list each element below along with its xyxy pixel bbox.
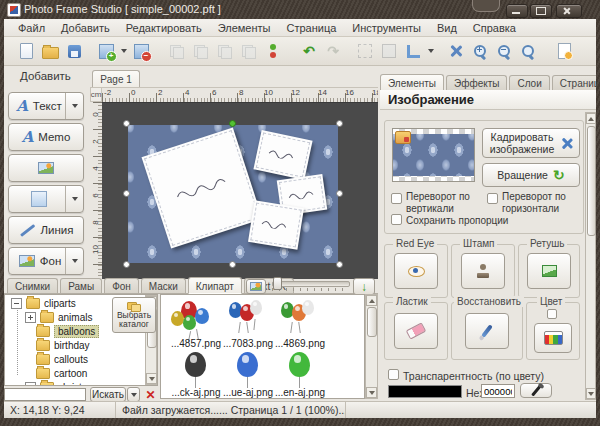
add-text-dropdown[interactable] xyxy=(65,93,83,119)
close-button[interactable] xyxy=(556,4,582,18)
hex-input[interactable] xyxy=(481,384,515,398)
tree-item[interactable]: callouts xyxy=(36,353,88,366)
open-file-button[interactable] xyxy=(38,39,62,63)
page-tab[interactable]: Page 1 xyxy=(92,70,140,88)
flip-horizontal-checkbox[interactable] xyxy=(487,193,498,204)
editor-canvas[interactable] xyxy=(102,102,378,279)
eraser-button[interactable] xyxy=(394,313,438,349)
menu-edit[interactable]: Редактировать xyxy=(118,20,210,36)
align-dropdown[interactable] xyxy=(425,39,436,63)
properties-scrollbar[interactable] xyxy=(585,112,596,400)
scroll-up-button[interactable] xyxy=(366,295,377,306)
delete-page-button[interactable]: − xyxy=(129,39,153,63)
zoom-out-button[interactable] xyxy=(492,39,516,63)
tab-elements[interactable]: Элементы xyxy=(380,74,444,91)
window-theme-widget[interactable] xyxy=(472,0,500,12)
tab-effects[interactable]: Эффекты xyxy=(446,75,507,90)
tree-item[interactable]: animals xyxy=(25,311,92,324)
menu-add[interactable]: Добавить xyxy=(53,20,118,36)
menu-page[interactable]: Страница xyxy=(278,20,344,36)
tab-frames[interactable]: Рамы xyxy=(60,278,102,293)
search-dropdown[interactable] xyxy=(127,387,140,402)
resize-button[interactable] xyxy=(377,39,401,63)
search-input[interactable] xyxy=(4,388,86,401)
clear-search-button[interactable]: ✕ xyxy=(143,387,158,402)
new-document-button[interactable] xyxy=(14,39,38,63)
tree-item[interactable]: birthday xyxy=(36,339,90,352)
copy-button[interactable] xyxy=(189,39,213,63)
add-page-dropdown[interactable] xyxy=(118,39,129,63)
title-bar[interactable]: Photo Frame Studio [ simple_00002.pft ] xyxy=(0,0,600,19)
clipart-item[interactable] xyxy=(269,351,331,389)
add-background-dropdown[interactable] xyxy=(65,248,83,274)
color-button[interactable] xyxy=(534,323,572,353)
keep-proportions-checkbox[interactable] xyxy=(391,214,402,225)
rotate-button[interactable]: Вращение ↻ xyxy=(482,163,580,187)
align-button[interactable] xyxy=(401,39,425,63)
tab-masks[interactable]: Маски xyxy=(141,278,186,293)
eyedropper-button[interactable] xyxy=(520,383,552,398)
tree-root[interactable]: cliparts xyxy=(11,297,76,310)
tab-layers[interactable]: Слои xyxy=(509,75,549,90)
thumbnail-size-slider[interactable] xyxy=(272,281,350,287)
expand-icon[interactable] xyxy=(25,382,36,386)
choose-directory-button[interactable]: Выбрать каталог xyxy=(112,297,156,333)
selection-handle[interactable] xyxy=(229,261,236,268)
rotate-handle[interactable] xyxy=(229,120,236,127)
clipart-scrollbar[interactable] xyxy=(365,294,378,399)
restore-button[interactable] xyxy=(465,313,509,349)
menu-view[interactable]: Вид xyxy=(429,20,465,36)
slider-thumb[interactable] xyxy=(273,277,282,290)
add-memo-button[interactable]: A Memo xyxy=(8,123,84,151)
zoom-in-button[interactable] xyxy=(468,39,492,63)
add-shape-dropdown[interactable] xyxy=(65,186,83,212)
stamp-button[interactable] xyxy=(461,253,505,289)
add-page-button[interactable]: + xyxy=(94,39,118,63)
tree-item[interactable]: cartoon xyxy=(36,367,87,380)
selection-handle[interactable] xyxy=(123,190,130,197)
maximize-button[interactable] xyxy=(530,4,552,18)
tree-item-selected[interactable]: balloons xyxy=(36,325,99,338)
selection-handle[interactable] xyxy=(123,120,130,127)
selection-handle[interactable] xyxy=(336,190,343,197)
save-file-button[interactable] xyxy=(62,39,86,63)
expand-icon[interactable] xyxy=(25,312,36,323)
photo-frame[interactable] xyxy=(248,200,304,249)
minimize-button[interactable] xyxy=(506,4,528,18)
add-shape-button[interactable] xyxy=(8,185,84,213)
gallery-view-button[interactable] xyxy=(246,279,266,294)
paste-button[interactable] xyxy=(213,39,237,63)
arrange-button[interactable] xyxy=(261,39,285,63)
download-cliparts-button[interactable]: ↓ xyxy=(353,278,375,295)
menu-help[interactable]: Справка xyxy=(465,20,524,36)
tab-backgrounds[interactable]: Фон xyxy=(104,278,139,293)
selection-handle[interactable] xyxy=(336,120,343,127)
fit-to-window-button[interactable] xyxy=(444,39,468,63)
menu-file[interactable]: Файл xyxy=(10,20,53,36)
collapse-icon[interactable] xyxy=(11,298,22,309)
scroll-up-button[interactable] xyxy=(586,113,596,124)
menu-elements[interactable]: Элементы xyxy=(210,20,279,36)
crop-image-button[interactable]: Кадрировать изображение xyxy=(482,128,580,158)
add-line-button[interactable]: Линия xyxy=(8,216,84,244)
scroll-down-button[interactable] xyxy=(146,373,157,384)
transparency-checkbox[interactable] xyxy=(388,369,399,380)
cut-button[interactable] xyxy=(165,39,189,63)
zoom-actual-button[interactable] xyxy=(516,39,540,63)
red-eye-button[interactable] xyxy=(394,253,438,289)
transparency-color-swatch[interactable] xyxy=(388,385,462,398)
color-checkbox[interactable] xyxy=(547,309,557,319)
retouch-button[interactable] xyxy=(527,253,571,289)
tab-clipart[interactable]: Клипарт xyxy=(188,277,242,294)
crop-tool-button[interactable] xyxy=(353,39,377,63)
flip-vertical-checkbox[interactable] xyxy=(391,193,402,204)
search-button[interactable]: Искать xyxy=(90,387,126,402)
undo-button[interactable]: ↶ xyxy=(297,39,321,63)
scroll-down-button[interactable] xyxy=(366,387,377,398)
preview-button[interactable] xyxy=(552,39,576,63)
add-background-button[interactable]: Фон xyxy=(8,247,84,275)
menu-tools[interactable]: Инструменты xyxy=(344,20,429,36)
add-image-button[interactable] xyxy=(8,154,84,182)
add-text-button[interactable]: A Текст xyxy=(8,92,84,120)
tab-page[interactable]: Страница xyxy=(552,75,596,90)
